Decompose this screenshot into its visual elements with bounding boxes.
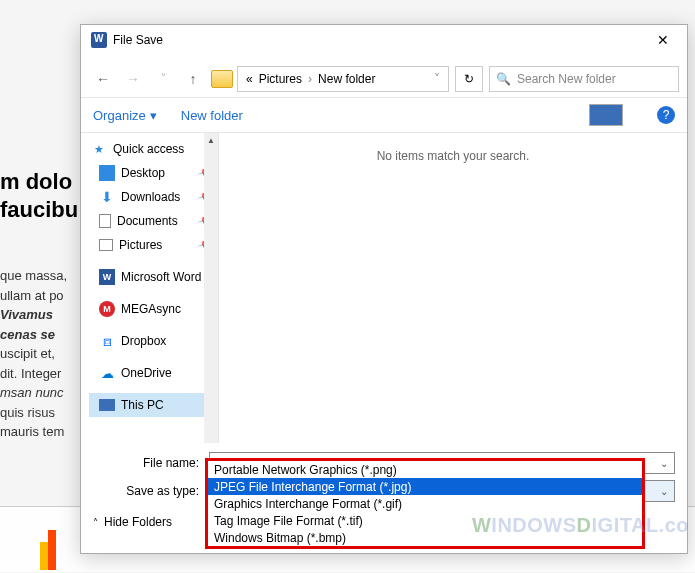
- caret-down-icon: ▾: [150, 108, 157, 123]
- nav-row: ← → ˅ ↑ « Pictures › New folder ˅ ↻ 🔍 Se…: [81, 61, 687, 97]
- breadcrumb[interactable]: « Pictures › New folder ˅: [237, 66, 449, 92]
- sidebar-item-desktop[interactable]: Desktop 📌: [89, 161, 218, 185]
- back-button[interactable]: ←: [89, 65, 117, 93]
- breadcrumb-item[interactable]: New folder: [318, 72, 375, 86]
- background-document: m dolo faucibu que massa, ullam at po Vi…: [0, 170, 80, 442]
- chevron-down-icon[interactable]: ⌄: [660, 458, 668, 469]
- new-folder-button[interactable]: New folder: [181, 108, 243, 123]
- sidebar-item-documents[interactable]: Documents 📌: [89, 209, 218, 233]
- chevron-down-icon[interactable]: ˅: [434, 72, 440, 86]
- doc-heading-fragment: faucibu: [0, 198, 80, 222]
- desktop-icon: [99, 165, 115, 181]
- search-placeholder: Search New folder: [517, 72, 616, 86]
- toolbar: Organize▾ New folder ?: [81, 97, 687, 133]
- word-app-icon: [91, 32, 107, 48]
- watermark: WINDOWSDIGITAL.co: [472, 514, 689, 537]
- empty-state-text: No items match your search.: [377, 149, 530, 163]
- scroll-up-arrow[interactable]: ▲: [204, 133, 218, 147]
- format-option[interactable]: Graphics Interchange Format (*.gif): [208, 495, 642, 512]
- folder-icon: [211, 70, 233, 88]
- pc-icon: [99, 399, 115, 411]
- scrollbar[interactable]: ▲: [204, 133, 218, 443]
- download-icon: ⬇: [99, 189, 115, 205]
- breadcrumb-prefix: «: [246, 72, 253, 86]
- mega-icon: [99, 301, 115, 317]
- caret-up-icon: ˄: [93, 517, 98, 528]
- breadcrumb-item[interactable]: Pictures: [259, 72, 302, 86]
- chevron-down-icon: ⌄: [660, 486, 668, 497]
- word-icon: [99, 269, 115, 285]
- help-button[interactable]: ?: [657, 106, 675, 124]
- chart-thumbnail: [40, 530, 56, 570]
- sidebar-item-downloads[interactable]: ⬇ Downloads 📌: [89, 185, 218, 209]
- sidebar-item-dropbox[interactable]: ⧈ Dropbox: [89, 329, 218, 353]
- star-icon: ★: [91, 141, 107, 157]
- view-options-button[interactable]: [589, 104, 623, 126]
- format-option[interactable]: Portable Network Graphics (*.png): [208, 461, 642, 478]
- sidebar-quick-access[interactable]: ★ Quick access: [89, 137, 218, 161]
- up-button[interactable]: ↑: [179, 65, 207, 93]
- recent-dropdown-icon[interactable]: ˅: [149, 65, 177, 93]
- document-icon: [99, 214, 111, 228]
- forward-button[interactable]: →: [119, 65, 147, 93]
- refresh-button[interactable]: ↻: [455, 66, 483, 92]
- saveas-label: Save as type:: [93, 484, 203, 498]
- search-input[interactable]: 🔍 Search New folder: [489, 66, 679, 92]
- sidebar-item-thispc[interactable]: This PC: [89, 393, 218, 417]
- format-option[interactable]: JPEG File Interchange Format (*.jpg): [208, 478, 642, 495]
- filename-label: File name:: [93, 456, 203, 470]
- search-icon: 🔍: [496, 72, 511, 86]
- cloud-icon: ☁: [99, 365, 115, 381]
- sidebar-item-pictures[interactable]: Pictures 📌: [89, 233, 218, 257]
- title-bar: File Save ✕: [81, 25, 687, 55]
- file-list-area: No items match your search.: [219, 133, 687, 443]
- doc-heading-fragment: m dolo: [0, 170, 80, 194]
- sidebar: ★ Quick access Desktop 📌 ⬇ Downloads 📌 D…: [81, 133, 219, 443]
- dialog-title: File Save: [113, 33, 163, 47]
- chevron-right-icon: ›: [308, 72, 312, 86]
- sidebar-item-onedrive[interactable]: ☁ OneDrive: [89, 361, 218, 385]
- pictures-icon: [99, 239, 113, 251]
- dropbox-icon: ⧈: [99, 333, 115, 349]
- close-button[interactable]: ✕: [643, 25, 683, 55]
- sidebar-item-word[interactable]: Microsoft Word: [89, 265, 218, 289]
- hide-folders-button[interactable]: ˄ Hide Folders: [93, 515, 172, 529]
- sidebar-item-megasync[interactable]: MEGAsync: [89, 297, 218, 321]
- organize-menu[interactable]: Organize▾: [93, 108, 157, 123]
